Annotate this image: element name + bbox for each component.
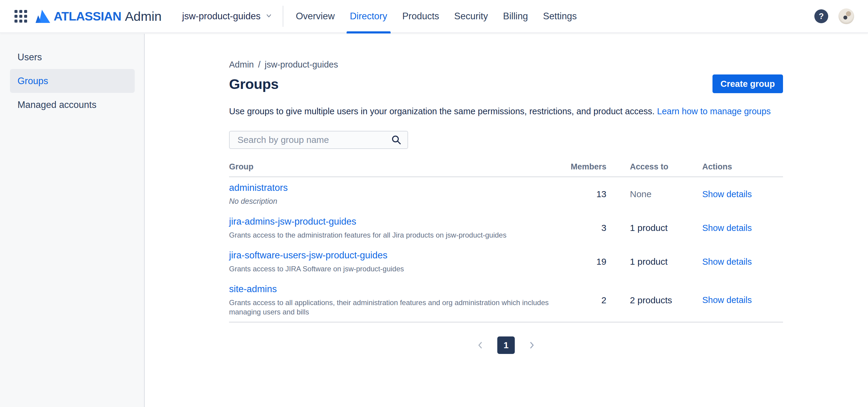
- column-header-group: Group: [229, 162, 561, 171]
- show-details-link[interactable]: Show details: [702, 189, 752, 199]
- show-details-link[interactable]: Show details: [702, 257, 752, 267]
- column-header-actions: Actions: [702, 162, 783, 171]
- table-row: jira-software-users-jsw-product-guides G…: [229, 245, 783, 279]
- chevron-down-icon: [265, 12, 273, 21]
- breadcrumb: Admin / jsw-product-guides: [229, 60, 783, 70]
- tab-products[interactable]: Products: [395, 0, 447, 33]
- table-row: site-admins Grants access to all applica…: [229, 279, 783, 322]
- breadcrumb-admin[interactable]: Admin: [229, 60, 254, 70]
- tab-overview[interactable]: Overview: [288, 0, 342, 33]
- create-group-button[interactable]: Create group: [712, 74, 783, 93]
- sidebar: Users Groups Managed accounts: [0, 34, 145, 407]
- members-count: 2: [561, 295, 607, 305]
- learn-how-link[interactable]: Learn how to manage groups: [657, 106, 771, 116]
- breadcrumb-org[interactable]: jsw-product-guides: [265, 60, 338, 70]
- sidebar-item-managed-accounts[interactable]: Managed accounts: [10, 93, 135, 117]
- sidebar-item-groups[interactable]: Groups: [10, 69, 135, 93]
- tab-security[interactable]: Security: [447, 0, 495, 33]
- group-description: No description: [229, 196, 561, 206]
- help-icon[interactable]: ?: [814, 9, 828, 23]
- page-description: Use groups to give multiple users in you…: [229, 106, 783, 116]
- org-switcher[interactable]: jsw-product-guides: [182, 11, 273, 22]
- table-header-row: Group Members Access to Actions: [229, 162, 783, 177]
- group-name-link[interactable]: site-admins: [229, 284, 277, 294]
- top-bar: ATLASSIAN Admin jsw-product-guides Overv…: [0, 0, 868, 33]
- show-details-link[interactable]: Show details: [702, 223, 752, 233]
- group-name-link[interactable]: jira-software-users-jsw-product-guides: [229, 250, 387, 261]
- pagination: 1: [229, 337, 783, 354]
- group-description: Grants access to JIRA Software on jsw-pr…: [229, 264, 561, 274]
- access-to-value: None: [607, 189, 702, 199]
- atlassian-logo-icon: [36, 9, 51, 24]
- access-to-value: 1 product: [607, 256, 702, 267]
- access-to-value: 2 products: [607, 295, 702, 305]
- tab-billing[interactable]: Billing: [495, 0, 535, 33]
- tab-settings[interactable]: Settings: [535, 0, 584, 33]
- app-switcher-icon[interactable]: [14, 9, 28, 23]
- page-description-text: Use groups to give multiple users in you…: [229, 106, 655, 116]
- breadcrumb-separator: /: [258, 60, 260, 70]
- top-navigation: Overview Directory Products Security Bil…: [288, 0, 584, 33]
- table-row: jira-admins-jsw-product-guides Grants ac…: [229, 211, 783, 245]
- members-count: 19: [561, 256, 607, 267]
- members-count: 3: [561, 223, 607, 233]
- group-description: Grants access to all applications, their…: [229, 298, 561, 317]
- main-area: Admin / jsw-product-guides Groups Create…: [145, 34, 868, 407]
- question-mark-glyph: ?: [819, 12, 824, 21]
- group-name-link[interactable]: jira-admins-jsw-product-guides: [229, 216, 356, 227]
- current-page-button[interactable]: 1: [497, 337, 515, 354]
- search-input[interactable]: [229, 131, 408, 149]
- members-count: 13: [561, 189, 607, 199]
- search-icon: [391, 135, 401, 146]
- brand-product: Admin: [125, 9, 161, 24]
- topbar-divider: [283, 6, 283, 27]
- group-description: Grants access to the administration feat…: [229, 230, 561, 240]
- sidebar-item-users[interactable]: Users: [10, 45, 135, 69]
- column-header-access: Access to: [607, 162, 702, 171]
- show-details-link[interactable]: Show details: [702, 295, 752, 305]
- brand-wordmark: ATLASSIAN: [54, 9, 121, 24]
- access-to-value: 1 product: [607, 223, 702, 233]
- tab-directory[interactable]: Directory: [342, 0, 395, 33]
- column-header-members: Members: [561, 162, 607, 171]
- user-avatar[interactable]: [838, 8, 854, 24]
- groups-table: Group Members Access to Actions administ…: [229, 162, 783, 322]
- next-page-icon[interactable]: [525, 339, 538, 352]
- previous-page-icon[interactable]: [474, 339, 487, 352]
- page-title: Groups: [229, 76, 278, 92]
- table-row: administrators No description 13 None Sh…: [229, 177, 783, 211]
- org-switcher-label: jsw-product-guides: [182, 11, 260, 22]
- group-search: [229, 131, 408, 149]
- group-name-link[interactable]: administrators: [229, 182, 288, 193]
